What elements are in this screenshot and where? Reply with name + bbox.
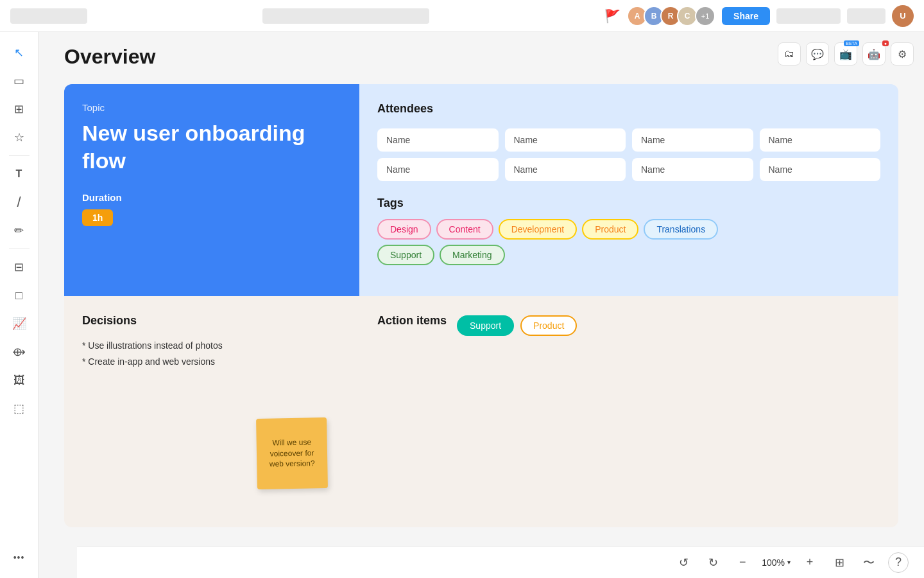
canvas: 🗂 💬 📺 BETA 🤖 ● ⚙ Overview Topic New user…: [38, 32, 924, 578]
attendee-name-3: Name: [632, 128, 753, 152]
tags-row-1: Design Content Development Product Trans…: [377, 219, 880, 240]
cards-grid: Topic New user onboarding flow Duration …: [64, 84, 898, 527]
beta-badge: BETA: [844, 40, 859, 46]
zoom-chevron-icon: ▾: [787, 559, 791, 566]
redo-button[interactable]: ↻: [703, 552, 723, 573]
topic-title: New user onboarding flow: [82, 119, 341, 174]
topbar-right-pill: [776, 8, 841, 24]
tag-translations[interactable]: Translations: [644, 219, 718, 240]
undo-button[interactable]: ↺: [673, 552, 694, 573]
attendee-name-7: Name: [632, 158, 753, 181]
sticky-note[interactable]: Will we use voiceover for web version?: [256, 417, 328, 489]
page-title: Overview: [64, 45, 898, 69]
cursor-icon[interactable]: ↖: [6, 40, 32, 66]
zoom-in-button[interactable]: +: [800, 552, 820, 573]
image-icon[interactable]: 🖼: [6, 367, 32, 393]
sidebar-divider-2: [9, 249, 30, 249]
new-badge: ●: [882, 40, 889, 46]
flow-icon[interactable]: ⟴: [6, 339, 32, 365]
tag-content[interactable]: Content: [436, 219, 493, 240]
canvas-toolbar: 🗂 💬 📺 BETA 🤖 ● ⚙: [778, 42, 914, 66]
comment-tool-button[interactable]: 💬: [806, 42, 829, 66]
breadcrumb-pill: [10, 8, 87, 24]
zoom-level[interactable]: 100% ▾: [762, 557, 791, 568]
main-layout: ↖ ▭ ⊞ ☆ T / ✏ ⊟ □ 📈 ⟴ 🖼 ⬚ ••• 🗂 💬 📺 BETA…: [0, 32, 924, 578]
avatar-overflow: +1: [695, 6, 715, 26]
text-icon[interactable]: T: [6, 161, 32, 187]
frame-icon[interactable]: ▭: [6, 68, 32, 94]
tag-design[interactable]: Design: [377, 219, 431, 240]
decision-item-2: * Create in-app and web versions: [82, 354, 341, 370]
tag-development[interactable]: Development: [499, 219, 578, 240]
chart-icon[interactable]: 📈: [6, 311, 32, 337]
more-icon[interactable]: •••: [6, 545, 32, 570]
action-tag-support[interactable]: Support: [457, 315, 514, 336]
user-avatar[interactable]: U: [892, 5, 914, 27]
attendee-name-6: Name: [505, 158, 626, 181]
duration-badge: 1h: [82, 209, 113, 226]
action-items-header: Action items Support Product: [377, 314, 880, 337]
attendees-grid: Name Name Name Name Name Name Name Name: [377, 128, 880, 181]
topbar-right: 🚩 A B R C +1 Share U: [604, 5, 914, 27]
tag-marketing[interactable]: Marketing: [440, 245, 504, 265]
attendees-title: Attendees: [377, 102, 880, 116]
topbar-right-pill2: [847, 8, 886, 24]
action-tag-product[interactable]: Product: [520, 315, 577, 336]
avatar-group: A B R C +1: [627, 6, 715, 26]
folder-tool-button[interactable]: 🗂: [778, 42, 801, 66]
topbar-center-search[interactable]: [262, 8, 429, 24]
attendee-name-4: Name: [760, 128, 881, 152]
tag-support[interactable]: Support: [377, 245, 434, 265]
topic-label: Topic: [82, 102, 341, 113]
attendee-name-2: Name: [505, 128, 626, 152]
sidebar: ↖ ▭ ⊞ ☆ T / ✏ ⊟ □ 📈 ⟴ 🖼 ⬚ •••: [0, 32, 38, 578]
tags-title: Tags: [377, 197, 880, 210]
settings-tool-button[interactable]: ⚙: [891, 42, 914, 66]
attendee-name-8: Name: [760, 158, 881, 181]
sticky-icon[interactable]: □: [6, 283, 32, 308]
action-items-title: Action items: [377, 314, 447, 328]
zoom-value: 100%: [762, 557, 785, 568]
tags-row-2: Support Marketing: [377, 245, 880, 265]
fit-button[interactable]: ⊞: [829, 552, 850, 573]
line-icon[interactable]: /: [6, 189, 32, 215]
star-icon[interactable]: ☆: [6, 125, 32, 150]
help-button[interactable]: ?: [888, 552, 909, 573]
topic-card: Topic New user onboarding flow Duration …: [64, 84, 359, 296]
tag-product[interactable]: Product: [582, 219, 638, 240]
zoom-out-button[interactable]: −: [732, 552, 753, 573]
duration-label: Duration: [82, 192, 341, 203]
decisions-text: * Use illustrations instead of photos * …: [82, 338, 341, 370]
sidebar-divider-1: [9, 155, 30, 156]
bottom-bar: ↺ ↻ − 100% ▾ + ⊞ 〜 ?: [77, 546, 924, 578]
tags-section: Tags Design Content Development Product …: [377, 197, 880, 265]
topbar-left: [10, 8, 87, 24]
pencil-icon[interactable]: ✏: [6, 218, 32, 243]
embed-icon[interactable]: ⬚: [6, 396, 32, 421]
attendee-name-1: Name: [377, 128, 499, 152]
share-button[interactable]: Share: [722, 7, 770, 25]
decisions-title: Decisions: [82, 314, 341, 328]
minimap-button[interactable]: 〜: [859, 552, 879, 573]
decisions-card: Decisions * Use illustrations instead of…: [64, 296, 359, 527]
table-icon[interactable]: ⊟: [6, 254, 32, 280]
attendees-card: Attendees Name Name Name Name Name Name …: [359, 84, 898, 296]
decision-item-1: * Use illustrations instead of photos: [82, 338, 341, 354]
ai-tool-button[interactable]: 🤖 ●: [862, 42, 886, 66]
action-tags-row: Support Product: [457, 315, 577, 336]
flag-icon: 🚩: [604, 8, 620, 24]
components-icon[interactable]: ⊞: [6, 96, 32, 122]
attendee-name-5: Name: [377, 158, 499, 181]
present-tool-button[interactable]: 📺 BETA: [834, 42, 857, 66]
action-items-card: Action items Support Product: [359, 296, 898, 527]
topbar: 🚩 A B R C +1 Share U: [0, 0, 924, 32]
